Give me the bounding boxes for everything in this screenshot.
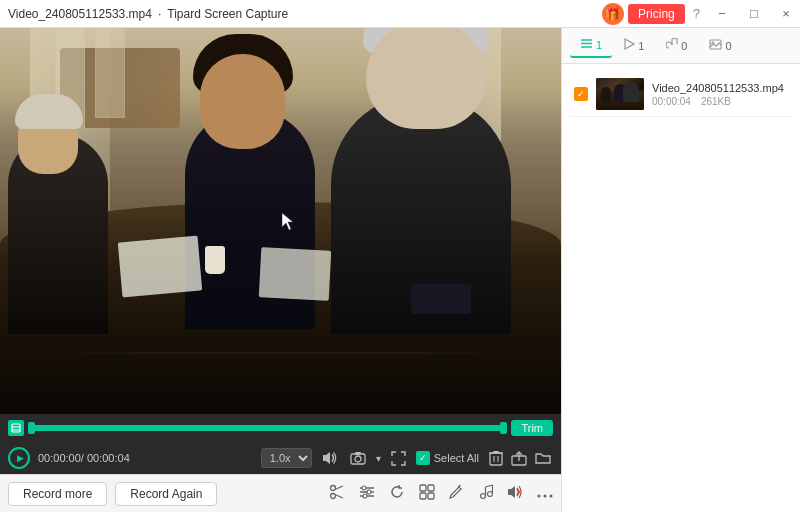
- play-button[interactable]: ▶: [8, 447, 30, 469]
- svg-point-21: [362, 486, 366, 490]
- more-icon[interactable]: [537, 485, 553, 503]
- svg-line-17: [335, 494, 343, 498]
- audio-tab-icon: [666, 38, 678, 53]
- video-scene: [0, 28, 561, 414]
- svg-rect-25: [428, 485, 434, 491]
- list-icon: [580, 37, 593, 52]
- record-again-button[interactable]: Record Again: [115, 482, 217, 506]
- right-content: ✓ Video_240805112533.mp4: [562, 64, 800, 512]
- svg-marker-34: [508, 486, 515, 498]
- pricing-button[interactable]: Pricing: [628, 4, 685, 24]
- svg-line-28: [458, 485, 461, 487]
- tab-clip-list[interactable]: 1: [614, 34, 654, 57]
- close-button[interactable]: ×: [772, 0, 800, 28]
- camera-dropdown-icon[interactable]: ▾: [376, 453, 381, 464]
- svg-rect-7: [490, 453, 502, 465]
- folder-button[interactable]: [533, 448, 553, 468]
- select-all-area[interactable]: ✓ Select All: [416, 451, 479, 465]
- file-size: 261KB: [701, 96, 731, 107]
- speed-select[interactable]: 1.0x 0.5x 1.5x 2.0x: [261, 448, 312, 468]
- trim-right-handle[interactable]: [500, 422, 507, 434]
- svg-line-33: [486, 485, 493, 487]
- right-panel: 1 1 0: [561, 28, 800, 512]
- svg-point-5: [355, 456, 361, 462]
- right-tabs: 1 1 0: [562, 28, 800, 64]
- clip-tab-count: 1: [638, 40, 644, 52]
- file-meta: 00:00:04 261KB: [652, 96, 788, 107]
- volume-button[interactable]: [320, 449, 340, 467]
- svg-point-38: [544, 494, 547, 497]
- svg-rect-26: [420, 493, 426, 499]
- rotate-icon[interactable]: [389, 484, 405, 504]
- file-name: Video_240805112533.mp4: [652, 82, 788, 94]
- delete-button[interactable]: [487, 448, 505, 468]
- file-item[interactable]: ✓ Video_240805112533.mp4: [570, 72, 792, 117]
- person-center-head: [200, 54, 285, 149]
- trim-bar[interactable]: [30, 425, 505, 431]
- help-icon[interactable]: ?: [689, 6, 704, 21]
- edit-icon[interactable]: [449, 484, 464, 503]
- audio-tab-count: 0: [681, 40, 687, 52]
- trim-button[interactable]: Trim: [511, 420, 553, 436]
- image-tab-icon: [709, 38, 722, 53]
- person-right-head: [366, 28, 486, 129]
- svg-line-16: [335, 486, 343, 490]
- svg-rect-9: [493, 451, 499, 453]
- svg-point-37: [538, 494, 541, 497]
- app-name: Tipard Screen Capture: [167, 7, 288, 21]
- svg-point-22: [367, 490, 371, 494]
- file-thumbnail: [596, 78, 644, 110]
- gift-icon: 🎁: [602, 3, 624, 25]
- image-tab-count: 0: [725, 40, 731, 52]
- maximize-button[interactable]: □: [740, 0, 768, 28]
- svg-rect-24: [420, 485, 426, 491]
- trim-start-handle[interactable]: [8, 420, 24, 436]
- export-button[interactable]: [509, 448, 529, 468]
- svg-marker-3: [323, 452, 330, 464]
- tab-image-list[interactable]: 0: [699, 34, 741, 57]
- audio-edit-icon[interactable]: [478, 484, 493, 503]
- adjust-icon[interactable]: [359, 485, 375, 503]
- trim-bar-row: Trim: [0, 414, 561, 442]
- svg-rect-0: [12, 424, 20, 432]
- record-more-button[interactable]: Record more: [8, 482, 107, 506]
- file-duration: 00:00:04: [652, 96, 691, 107]
- title-separator: ·: [158, 7, 161, 21]
- svg-marker-43: [625, 39, 634, 49]
- cut-icon[interactable]: [329, 484, 345, 504]
- fullscreen-button[interactable]: [389, 449, 408, 468]
- volume-adj-icon[interactable]: [507, 485, 523, 503]
- file-info: Video_240805112533.mp4 00:00:04 261KB: [652, 82, 788, 107]
- video-area[interactable]: [0, 28, 561, 414]
- select-all-label: Select All: [434, 452, 479, 464]
- tab-audio-list[interactable]: 0: [656, 34, 697, 57]
- svg-point-29: [481, 494, 486, 499]
- action-buttons: [487, 448, 553, 468]
- svg-point-39: [550, 494, 553, 497]
- minimize-button[interactable]: −: [708, 0, 736, 28]
- svg-line-45: [672, 38, 677, 39]
- svg-point-30: [488, 492, 493, 497]
- title-text: Video_240805112533.mp4: [8, 7, 152, 21]
- select-all-check[interactable]: ✓: [416, 451, 430, 465]
- svg-rect-47: [710, 40, 721, 49]
- svg-rect-27: [428, 493, 434, 499]
- file-checkbox[interactable]: ✓: [574, 87, 588, 101]
- bottom-icons: [329, 484, 553, 504]
- playback-bar: ▶ 00:00:00/ 00:00:04 1.0x 0.5x 1.5x 2.0x: [0, 442, 561, 474]
- tab-video-list[interactable]: 1: [570, 33, 612, 58]
- left-panel: Trim ▶ 00:00:00/ 00:00:04 1.0x 0.5x 1.5x…: [0, 28, 561, 512]
- camera-button[interactable]: [348, 449, 368, 467]
- time-display: 00:00:00/ 00:00:04: [38, 452, 130, 464]
- title-bar: Video_240805112533.mp4 · Tipard Screen C…: [0, 0, 800, 28]
- bottom-bar: Record more Record Again: [0, 474, 561, 512]
- main-container: Trim ▶ 00:00:00/ 00:00:04 1.0x 0.5x 1.5x…: [0, 28, 800, 512]
- svg-point-23: [363, 494, 367, 498]
- play-tab-icon: [624, 38, 635, 53]
- svg-rect-6: [355, 452, 361, 455]
- merge-icon[interactable]: [419, 484, 435, 504]
- trim-left-handle[interactable]: [28, 422, 35, 434]
- svg-point-15: [331, 493, 336, 498]
- video-tab-count: 1: [596, 39, 602, 51]
- svg-point-14: [331, 485, 336, 490]
